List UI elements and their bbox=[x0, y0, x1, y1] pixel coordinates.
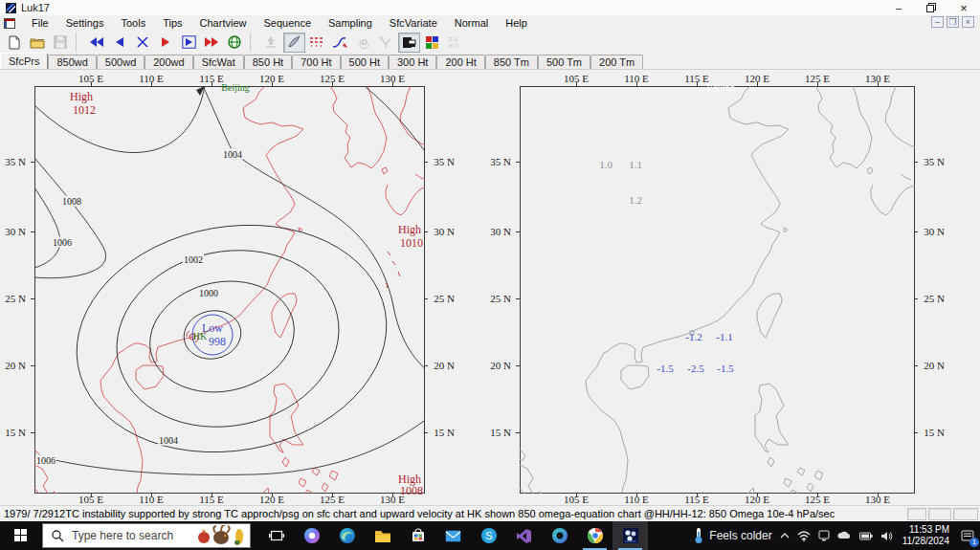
xtick-mark bbox=[272, 82, 273, 86]
contour-label: 1000 bbox=[198, 288, 219, 298]
ytick-mark bbox=[424, 365, 428, 366]
ytick-mark bbox=[31, 231, 34, 232]
tab-850wd[interactable]: 850wd bbox=[48, 55, 96, 69]
taskbar-app-luk17[interactable] bbox=[612, 521, 648, 550]
menu-normal[interactable]: Normal bbox=[446, 15, 497, 31]
ytick-mark bbox=[31, 432, 34, 433]
restore-button[interactable] bbox=[915, 0, 947, 15]
xtick-mark bbox=[576, 82, 577, 86]
xtick-mark bbox=[272, 493, 273, 496]
search-box[interactable]: Type here to search bbox=[42, 523, 251, 548]
menu-tips[interactable]: Tips bbox=[154, 15, 190, 31]
menu-sfcvariate[interactable]: SfcVariate bbox=[381, 15, 446, 31]
phone-link-icon[interactable] bbox=[814, 521, 834, 550]
new-document-button[interactable] bbox=[4, 33, 26, 53]
tray-chevron[interactable] bbox=[776, 521, 793, 550]
taskbar-app-mail[interactable] bbox=[435, 521, 471, 550]
tab-300-ht[interactable]: 300 Ht bbox=[389, 55, 436, 69]
taskbar-app-store[interactable] bbox=[400, 521, 435, 550]
fast-forward-button[interactable] bbox=[201, 33, 223, 53]
ytick-left: 30 N bbox=[490, 226, 511, 237]
menu-help[interactable]: Help bbox=[497, 15, 536, 31]
tab-500wd[interactable]: 500wd bbox=[97, 55, 145, 69]
menu-file[interactable]: File bbox=[23, 15, 57, 31]
taskbar-app-edge[interactable] bbox=[329, 521, 365, 550]
red-dashes-button[interactable] bbox=[306, 33, 328, 53]
ytick-mark bbox=[914, 432, 918, 433]
wifi-icon[interactable] bbox=[793, 521, 814, 550]
xtick-mark bbox=[91, 493, 92, 496]
taskbar-app-visual-studio[interactable] bbox=[506, 521, 542, 550]
map-label: High bbox=[70, 90, 93, 104]
menu-sampling[interactable]: Sampling bbox=[320, 15, 381, 31]
battery-icon[interactable] bbox=[856, 521, 877, 550]
notification-center-button[interactable]: 1 bbox=[955, 521, 980, 550]
map-label: -1.2 bbox=[685, 331, 702, 342]
open-folder-button[interactable] bbox=[27, 33, 49, 53]
ytick-left: 30 N bbox=[5, 226, 26, 237]
xtick-mark bbox=[636, 82, 637, 86]
mdi-restore-button[interactable]: ❐ bbox=[947, 16, 959, 28]
close-button[interactable]: × bbox=[947, 0, 980, 15]
onedrive-cloud-icon[interactable] bbox=[834, 521, 856, 550]
clock[interactable]: 11:53 PM 11/28/2024 bbox=[897, 524, 955, 547]
ytick-left: 25 N bbox=[490, 293, 511, 304]
mdi-minimize-button[interactable]: – bbox=[931, 16, 944, 28]
menu-chartview[interactable]: Chartview bbox=[191, 15, 256, 31]
window-layout-button[interactable] bbox=[398, 33, 420, 53]
ytick-mark bbox=[31, 365, 34, 366]
ytick-mark bbox=[31, 162, 34, 163]
minimize-button[interactable]: – bbox=[882, 0, 915, 15]
rewind-button[interactable] bbox=[86, 33, 108, 53]
mdi-close-button[interactable]: × bbox=[962, 16, 974, 28]
contour-label: 1004 bbox=[222, 149, 243, 160]
tab-700-ht[interactable]: 700 Ht bbox=[292, 55, 340, 69]
menu-tools[interactable]: Tools bbox=[112, 15, 154, 31]
ytick-mark bbox=[424, 298, 428, 299]
xtick-mark bbox=[332, 82, 333, 86]
ytick-mark bbox=[516, 162, 520, 163]
palette-button[interactable] bbox=[421, 33, 443, 53]
tab-200-tm[interactable]: 200 Tm bbox=[590, 55, 643, 69]
ytick-right: 35 N bbox=[434, 156, 455, 167]
tab-sfcprs[interactable]: SfcPrs bbox=[0, 53, 48, 69]
taskbar-app-copilot[interactable] bbox=[294, 521, 329, 550]
contour-label: 1006 bbox=[52, 237, 73, 248]
ytick-left: 35 N bbox=[5, 156, 26, 167]
globe-button[interactable] bbox=[224, 33, 246, 53]
tab-500-tm[interactable]: 500 Tm bbox=[538, 55, 590, 69]
weather-widget[interactable]: Feels colder bbox=[688, 521, 775, 550]
tab-850-ht[interactable]: 850 Ht bbox=[244, 55, 292, 69]
tab-200wd[interactable]: 200wd bbox=[145, 55, 192, 69]
map-label: 1.0 bbox=[599, 159, 612, 170]
surface-pressure-map bbox=[34, 86, 425, 494]
tab-850-tm[interactable]: 850 Tm bbox=[485, 55, 538, 69]
tab-200-ht[interactable]: 200 Ht bbox=[436, 55, 484, 69]
taskbar-app-chrome[interactable] bbox=[577, 521, 612, 550]
taskbar-app-skype[interactable]: S bbox=[471, 521, 506, 550]
mdi-document-icon[interactable] bbox=[4, 18, 15, 29]
windows-logo-icon bbox=[14, 529, 28, 542]
tab-sfcwat[interactable]: SfcWat bbox=[193, 55, 244, 69]
cancel-x-button[interactable] bbox=[132, 33, 154, 53]
ytick-mark bbox=[424, 162, 428, 163]
menu-sequence[interactable]: Sequence bbox=[255, 15, 320, 31]
ytick-mark bbox=[424, 231, 428, 232]
contour-label: 1006 bbox=[35, 455, 56, 466]
taskbar-app-dev-home[interactable] bbox=[542, 521, 577, 550]
ytick-right: 20 N bbox=[434, 360, 455, 371]
taskbar-app-task-view[interactable] bbox=[258, 521, 294, 550]
play-button[interactable] bbox=[155, 33, 177, 53]
status-panel bbox=[907, 508, 926, 520]
speaker-icon[interactable] bbox=[877, 521, 897, 550]
menu-settings[interactable]: Settings bbox=[57, 15, 113, 31]
pen-button[interactable] bbox=[283, 33, 305, 53]
xtick-mark bbox=[212, 82, 212, 86]
tab-500-ht[interactable]: 500 Ht bbox=[341, 55, 389, 69]
frame-step-button[interactable] bbox=[178, 33, 200, 53]
clock-time: 11:53 PM bbox=[902, 524, 949, 536]
curve-arrow-button[interactable] bbox=[329, 33, 351, 53]
taskbar-app-file-explorer[interactable] bbox=[365, 521, 400, 550]
start-button[interactable] bbox=[0, 521, 42, 550]
step-back-button[interactable] bbox=[109, 33, 131, 53]
